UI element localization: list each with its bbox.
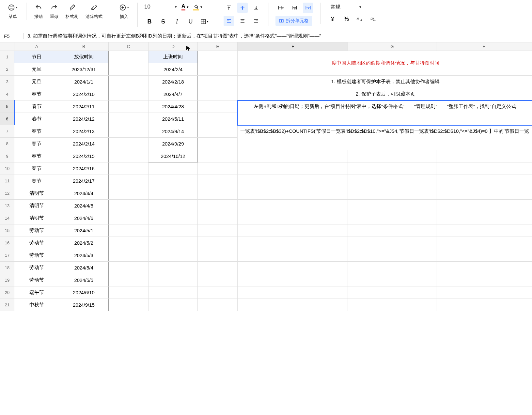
cell[interactable] (108, 100, 148, 113)
cell[interactable] (348, 299, 436, 311)
cell[interactable]: 劳动节 (14, 274, 59, 286)
cell-reference[interactable]: F5 (4, 33, 23, 39)
cell[interactable]: 度中国大陆地区的假期和调休情况，与甘特图时间 (238, 51, 532, 76)
cell[interactable]: 2024/4/5 (59, 200, 108, 212)
align-left-button[interactable] (224, 16, 234, 26)
cell[interactable] (238, 187, 348, 200)
cell[interactable] (436, 212, 532, 224)
cell[interactable]: 元旦 (14, 63, 59, 76)
cell[interactable]: 劳动节 (14, 237, 59, 249)
valign-middle-button[interactable] (237, 3, 248, 13)
cell[interactable] (198, 249, 238, 262)
row-header[interactable]: 14 (0, 212, 14, 224)
row-header[interactable]: 8 (0, 138, 14, 150)
cell[interactable]: 春节 (14, 88, 59, 100)
cell[interactable]: 放假时间 (59, 51, 108, 63)
cell[interactable]: 2024/4/6 (59, 212, 108, 224)
cell[interactable] (108, 162, 148, 175)
cell[interactable] (238, 237, 348, 249)
cell[interactable] (198, 200, 238, 212)
cell[interactable] (198, 212, 238, 224)
cell[interactable]: 春节 (14, 138, 59, 150)
row-header[interactable]: 12 (0, 187, 14, 200)
cell[interactable]: 2024/2/15 (59, 150, 108, 162)
cell[interactable] (348, 162, 436, 175)
borders-button[interactable]: ▾ (199, 16, 210, 27)
cell[interactable]: 春节 (14, 100, 59, 113)
cell[interactable]: 2024/4/7 (148, 88, 197, 100)
cell[interactable]: 2024/9/15 (59, 299, 108, 311)
row-header[interactable]: 5 (0, 100, 14, 113)
cell[interactable]: 春节 (14, 125, 59, 138)
cell[interactable] (198, 224, 238, 237)
row-header[interactable]: 17 (0, 249, 14, 262)
cell[interactable] (108, 125, 148, 138)
column-header-C[interactable]: C (108, 42, 148, 51)
cell[interactable] (108, 237, 148, 249)
cell[interactable]: 端午节 (14, 286, 59, 299)
row-header[interactable]: 6 (0, 113, 14, 125)
cell[interactable] (348, 262, 436, 274)
cell[interactable]: 1. 模板创建者可保护本子表，禁止其他协作者编辑 (238, 76, 532, 88)
row-header[interactable]: 11 (0, 175, 14, 187)
cell[interactable] (108, 299, 148, 311)
cell[interactable] (198, 88, 238, 100)
cell[interactable] (198, 237, 238, 249)
cell[interactable]: 2024/4/4 (59, 187, 108, 200)
cell[interactable]: 2024/5/4 (59, 262, 108, 274)
row-header[interactable]: 9 (0, 150, 14, 162)
cell[interactable] (238, 286, 348, 299)
cell[interactable] (148, 224, 197, 237)
row-header[interactable]: 2 (0, 63, 14, 76)
cell[interactable] (238, 212, 348, 224)
cell[interactable] (348, 274, 436, 286)
cell[interactable]: 2024/5/1 (59, 224, 108, 237)
align-center-button[interactable] (237, 16, 248, 26)
cell[interactable] (108, 249, 148, 262)
cell[interactable] (108, 63, 148, 76)
cell[interactable]: 节日 (14, 51, 59, 63)
cell[interactable] (348, 224, 436, 237)
cell[interactable] (148, 262, 197, 274)
cell[interactable] (108, 187, 148, 200)
cell[interactable]: 2024/5/2 (59, 237, 108, 249)
cell[interactable]: 清明节 (14, 212, 59, 224)
strikethrough-button[interactable]: S (158, 16, 168, 27)
cell[interactable] (238, 175, 348, 187)
cell[interactable] (436, 224, 532, 237)
column-header-A[interactable]: A (14, 42, 59, 51)
split-cells-button[interactable]: 拆分单元格 (275, 16, 312, 26)
cell[interactable] (436, 150, 532, 162)
cell[interactable] (198, 63, 238, 76)
cell[interactable] (198, 187, 238, 200)
cell[interactable] (198, 150, 238, 162)
cell[interactable] (436, 299, 532, 311)
row-header[interactable]: 4 (0, 88, 14, 100)
cell[interactable] (238, 299, 348, 311)
cell[interactable] (148, 299, 197, 311)
grid-container[interactable]: A B C D E F G H 1节日放假时间上班时间度中国大陆地区的假期和调休… (0, 42, 532, 415)
cell[interactable] (108, 138, 148, 150)
column-header-F[interactable]: F (238, 42, 348, 51)
cell[interactable] (436, 162, 532, 175)
cell[interactable]: 春节 (14, 113, 59, 125)
column-header-H[interactable]: H (436, 42, 532, 51)
cell[interactable]: 上班时间 (148, 51, 197, 63)
select-all-corner[interactable] (0, 42, 14, 51)
cell[interactable]: 清明节 (14, 187, 59, 200)
cell[interactable]: 中秋节 (14, 299, 59, 311)
cell[interactable] (198, 125, 238, 138)
cell[interactable]: 元旦 (14, 76, 59, 88)
percent-button[interactable]: % (341, 14, 352, 24)
increase-decimal-button[interactable]: .00 (368, 14, 379, 24)
cell[interactable]: 2024/2/12 (59, 113, 108, 125)
cell[interactable] (348, 175, 436, 187)
row-header[interactable]: 16 (0, 237, 14, 249)
cell[interactable] (108, 88, 148, 100)
cell[interactable]: 2023/12/31 (59, 63, 108, 76)
row-header[interactable]: 1 (0, 51, 14, 63)
row-header[interactable]: 7 (0, 125, 14, 138)
cell[interactable] (198, 76, 238, 88)
cell[interactable] (198, 100, 238, 113)
wrap-clip-button[interactable] (303, 3, 313, 13)
